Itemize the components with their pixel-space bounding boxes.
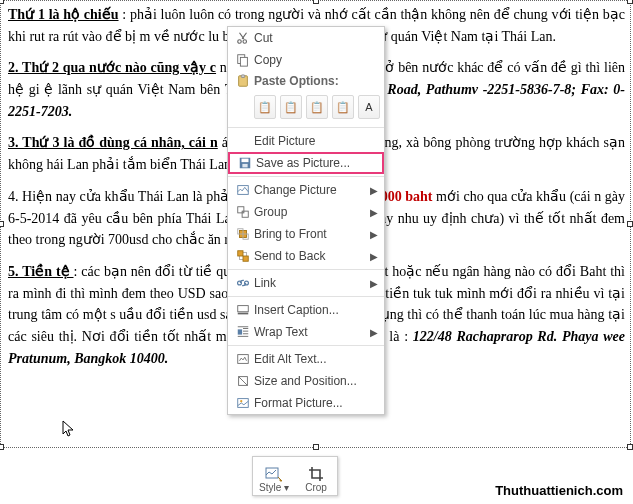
crop-button[interactable]: Crop [295,457,337,495]
menu-edit-alt-text[interactable]: Edit Alt Text... [228,348,384,370]
menu-insert-caption[interactable]: Insert Caption... [228,299,384,321]
save-icon [234,156,256,170]
send-back-icon [232,249,254,263]
paste-option-2[interactable]: 📋 [280,95,302,119]
mini-toolbar: Style ▾ Crop [252,456,338,496]
menu-size-position[interactable]: Size and Position... [228,370,384,392]
alt-text-icon [232,352,254,366]
svg-point-0 [238,40,242,44]
resize-handle[interactable] [627,444,633,450]
style-icon [265,466,283,482]
menu-save-as-picture[interactable]: Save as Picture... [228,152,384,174]
mouse-cursor [62,420,76,438]
link-icon [232,276,254,290]
bring-front-icon [232,227,254,241]
svg-rect-16 [238,251,243,256]
wrap-text-icon [232,325,254,339]
size-icon [232,374,254,388]
svg-rect-23 [238,355,249,364]
menu-bring-to-front[interactable]: Bring to Front▶ [228,223,384,245]
svg-point-19 [245,281,249,285]
cut-icon [232,31,254,45]
paste-options-row: 📋 📋 📋 📋 A [228,91,384,125]
svg-point-18 [238,281,242,285]
svg-rect-21 [238,313,249,315]
menu-format-picture[interactable]: Format Picture... [228,392,384,414]
format-picture-icon [232,396,254,410]
svg-rect-8 [242,164,247,168]
menu-link[interactable]: Link▶ [228,272,384,294]
svg-rect-5 [241,75,245,78]
watermark: Thuthuattienich.com [495,483,623,498]
svg-rect-22 [238,329,242,334]
copy-icon [232,53,254,67]
menu-send-to-back[interactable]: Send to Back▶ [228,245,384,267]
resize-handle[interactable] [313,444,319,450]
paste-option-1[interactable]: 📋 [254,95,276,119]
menu-wrap-text[interactable]: Wrap Text▶ [228,321,384,343]
context-menu: Cut Copy Paste Options: 📋 📋 📋 📋 A Edit P… [227,26,385,415]
svg-rect-10 [238,207,244,213]
svg-point-26 [240,400,242,402]
caption-icon [232,303,254,317]
menu-copy[interactable]: Copy [228,49,384,71]
group-icon [232,205,254,219]
svg-rect-20 [238,306,249,312]
menu-edit-picture[interactable]: Edit Picture [228,130,384,152]
menu-group[interactable]: Group▶ [228,201,384,223]
paste-options-header: Paste Options: [228,71,384,91]
svg-rect-11 [242,211,248,217]
svg-rect-7 [242,159,249,163]
change-picture-icon [232,183,254,197]
crop-icon [308,466,324,482]
svg-rect-3 [240,57,247,66]
style-button[interactable]: Style ▾ [253,457,295,495]
paste-option-4[interactable]: 📋 [332,95,354,119]
svg-point-1 [243,40,247,44]
svg-rect-17 [243,256,248,261]
menu-cut[interactable]: Cut [228,27,384,49]
paste-icon [232,74,254,88]
paste-option-5[interactable]: A [358,95,380,119]
paste-option-3[interactable]: 📋 [306,95,328,119]
resize-handle[interactable] [0,444,4,450]
menu-change-picture[interactable]: Change Picture▶ [228,179,384,201]
